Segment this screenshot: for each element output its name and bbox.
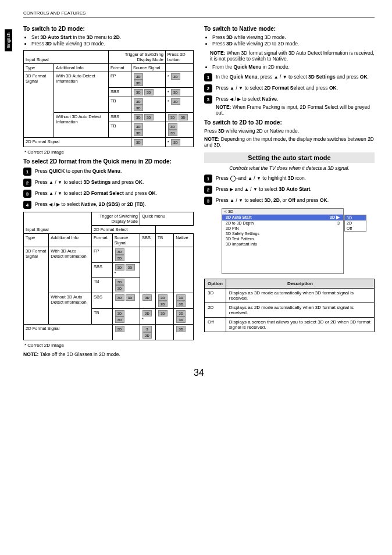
cell: Additional Info [49, 234, 92, 247]
icon-3d: 3D [142, 294, 152, 301]
icon-3d: 3D [134, 123, 143, 130]
table-1: Input Signal Trigger of Switching Displa… [23, 50, 194, 147]
popup-row: 2D [345, 220, 366, 226]
th-option: Option [205, 279, 226, 289]
icon-3d: 3D [171, 139, 180, 145]
cell: Without 3D Auto Detect Information [54, 113, 109, 138]
icon-3d: 3D [134, 105, 143, 111]
step-4: 4 Press ◀ / ▶ to select Native, 2D (SBS)… [23, 201, 194, 209]
cell: 3D3D [174, 293, 194, 309]
cell: Displays as 2D mode automatically when 3… [226, 303, 374, 318]
cell: TB [108, 122, 131, 138]
cell: With 3D Auto Detect Information [54, 72, 109, 113]
icon-3d: 3D [115, 264, 124, 271]
left-column: To switch to 2D mode: Set 3D Auto Start … [23, 22, 194, 360]
right-icon: ▶ [336, 215, 340, 220]
cell: 3D3D [131, 72, 165, 88]
cell: 3D3D [174, 309, 194, 325]
up-icon: ▲ [274, 75, 279, 80]
left-icon: ◀ [49, 202, 52, 207]
cell: Input Signal [24, 51, 109, 64]
cell: 3D3D [165, 113, 193, 122]
step-number-icon: 3 [204, 197, 212, 205]
content-columns: To switch to 2D mode: Set 3D Auto Start … [23, 22, 375, 360]
page-number: 34 [23, 368, 375, 378]
heading-select-2d-format: To select 2D format from the Quick menu … [23, 158, 194, 165]
cell: 3D3D * [112, 263, 140, 278]
up-icon: ▲ [49, 180, 54, 185]
step-b2: 2 Press ▲ / ▼ to select 2D Format Select… [204, 84, 375, 92]
quick-menu-icon [230, 176, 236, 182]
cell: 3D3D [131, 88, 165, 97]
icon-2d: 2D [158, 301, 168, 307]
section-heading-band: Setting the auto start mode [204, 152, 375, 163]
down-icon: ▼ [238, 198, 243, 203]
option-table: Option Description 3D Displays as 3D mod… [204, 279, 375, 332]
down-icon: ▼ [58, 191, 62, 196]
step-1: 1 Press QUICK to open the Quick Menu. [23, 168, 194, 176]
list-item: Press 3D while viewing 2D to 3D mode. [212, 41, 375, 47]
cell [155, 247, 174, 293]
icon-3d: 3D [176, 301, 186, 307]
icon-3d: 3D [144, 114, 154, 120]
menu-row: 3D Test Pattern [222, 236, 343, 241]
icon-2d: 2D [142, 310, 152, 316]
cell: 2D [205, 303, 226, 318]
menu-row: 3D Safety Settings [222, 231, 343, 236]
cell: * 3D [165, 138, 193, 147]
bullet-list-native-2: From the Quick Menu in 2D mode. [204, 64, 375, 70]
cell: 3D [174, 325, 194, 340]
icon-3d: 3 [142, 326, 152, 332]
step-b1: 1 In the Quick Menu, press ▲ / ▼ to sele… [204, 73, 375, 81]
list-item: Press 3D while viewing 3D mode. [212, 34, 375, 40]
cell: Press 3D button [165, 51, 193, 64]
list-item: Press 3D while viewing 3D mode. [31, 41, 194, 47]
cell: Quick menu [140, 212, 193, 226]
menu-popup: 3D 2D Off [344, 215, 366, 232]
icon-3d: 3D [126, 294, 135, 301]
para-2d3d: Press 3D while viewing 2D or Native mode… [204, 128, 375, 134]
th-description: Description [226, 279, 374, 289]
cell: 3D3D [112, 309, 140, 325]
step-text: Press and ▲ / ▼ to highlight 3D icon. [216, 175, 375, 182]
heading-2d-to-3d: To switch to 2D to 3D mode: [204, 119, 375, 126]
cell: Trigger of Switching Display Mode [108, 51, 165, 64]
icon-3d: 3D [176, 326, 186, 332]
menu-breadcrumb: < 3D [222, 209, 343, 215]
up-icon: ▲ [244, 187, 249, 192]
cell: * 3D [165, 88, 193, 97]
icon-2d: 2D [142, 332, 152, 339]
header-section: CONTROLS AND FEATURES [23, 10, 375, 17]
cell: Displays a screen that allows you to sel… [226, 318, 374, 332]
footnote-correct-2d: * Correct 2D image [24, 150, 194, 155]
icon-3d: 3D [168, 123, 177, 130]
cell: 3D [155, 309, 174, 325]
cell: TB [155, 234, 174, 247]
cell [165, 64, 193, 72]
cell: 3D3D [165, 122, 193, 138]
step-text: Press ◀ / ▶ to select Native. NOTE: When… [216, 95, 375, 116]
step-text: Press QUICK to open the Quick Menu. [35, 168, 194, 174]
icon-3d: 3D [168, 130, 177, 136]
icon-3d: 3D [115, 316, 124, 323]
icon-3d: 3D [134, 114, 143, 120]
cell: Without 3D Auto Detect Information [49, 293, 92, 325]
menu-screenshot: < 3D 3D Auto Start 3D ▶ 3D 2D Off 2D to … [222, 208, 344, 274]
heading-switch-2d: To switch to 2D mode: [23, 26, 194, 32]
step-2: 2 Press ▲ / ▼ to select 3D Settings and … [23, 179, 194, 187]
list-item: Set 3D Auto Start in the 3D menu to 2D. [31, 34, 194, 40]
step-text: In the Quick Menu, press ▲ / ▼ to select… [216, 73, 375, 80]
step-number-icon: 3 [23, 190, 31, 198]
step-number-icon: 1 [204, 175, 212, 183]
cell: Trigger of Switching Display Mode [91, 212, 140, 226]
cell: * 3D [165, 97, 193, 113]
cell: 2D Format Signal [24, 138, 131, 147]
section-subtitle: Controls what the TV does when it detect… [204, 165, 375, 171]
cell [140, 247, 155, 293]
icon-3d: 3D [115, 255, 124, 261]
bullet-list-1: Set 3D Auto Start in the 3D menu to 2D. … [23, 34, 194, 47]
icon-3d: 3D [176, 316, 186, 323]
cell: Type [24, 64, 54, 72]
cell: SBS [140, 234, 155, 247]
icon-3d: 3D [171, 73, 180, 80]
